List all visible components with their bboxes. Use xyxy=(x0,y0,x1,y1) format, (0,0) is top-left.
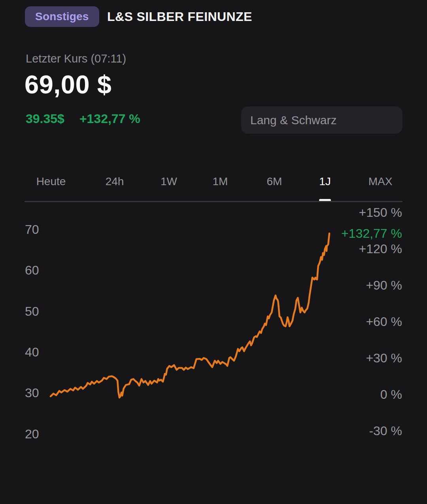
tab-max[interactable]: MAX xyxy=(368,175,393,188)
tab-1w[interactable]: 1W xyxy=(161,175,177,188)
left-axis-tick: 20 xyxy=(25,426,39,441)
price-line xyxy=(51,233,329,398)
current-change-axis-label: +132,77 % xyxy=(341,226,402,241)
instrument-detail-screen: Sonstiges L&S SILBER FEINUNZE Letzter Ku… xyxy=(0,0,427,504)
category-badge[interactable]: Sonstiges xyxy=(25,6,99,27)
last-price-label: Letzter Kurs (07:11) xyxy=(26,52,126,65)
right-axis-tick: +120 % xyxy=(359,242,402,256)
right-axis-tick: +150 % xyxy=(359,205,402,220)
right-axis-tick: 0 % xyxy=(380,387,402,402)
tabs-divider xyxy=(25,201,402,202)
tab-1j[interactable]: 1J xyxy=(319,175,331,188)
tab-heute[interactable]: Heute xyxy=(36,175,66,188)
right-axis-tick: +30 % xyxy=(366,351,402,366)
right-axis-tick: +60 % xyxy=(366,315,402,329)
left-axis-tick: 60 xyxy=(25,263,39,278)
left-axis-tick: 50 xyxy=(25,304,39,318)
left-axis-tick: 30 xyxy=(25,386,39,400)
tab-1m[interactable]: 1M xyxy=(213,175,228,188)
exchange-selector[interactable]: Lang & Schwarz xyxy=(241,106,402,134)
last-price-value: 69,00 $ xyxy=(25,70,111,99)
instrument-title: L&S SILBER FEINUNZE xyxy=(107,6,252,27)
change-percent: +132,77 % xyxy=(79,112,140,126)
price-change-row: 39.35$ +132,77 % xyxy=(26,112,140,126)
left-axis-tick: 70 xyxy=(25,222,39,237)
change-absolute: 39.35$ xyxy=(26,112,64,126)
right-axis-tick: -30 % xyxy=(369,423,402,438)
tab-24h[interactable]: 24h xyxy=(106,175,124,188)
tab-6m[interactable]: 6M xyxy=(267,175,282,188)
left-axis-tick: 40 xyxy=(25,345,39,359)
right-axis-tick: +90 % xyxy=(366,278,402,293)
